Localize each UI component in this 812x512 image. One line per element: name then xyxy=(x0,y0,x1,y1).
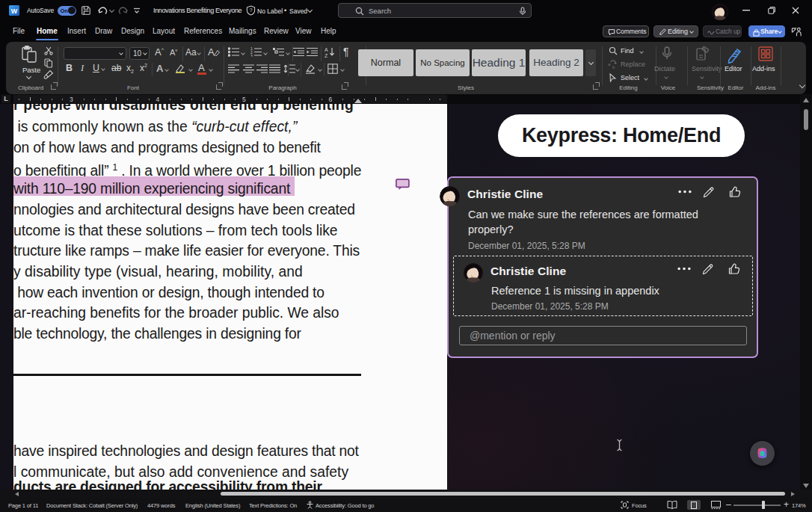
svg-text:3: 3 xyxy=(250,54,253,58)
svg-text:a: a xyxy=(608,62,611,67)
svg-text:b: b xyxy=(612,65,615,69)
svg-text:Z: Z xyxy=(325,53,328,58)
svg-text:A: A xyxy=(325,47,328,52)
svg-text:W: W xyxy=(11,7,18,15)
svg-text:?: ? xyxy=(249,7,252,13)
